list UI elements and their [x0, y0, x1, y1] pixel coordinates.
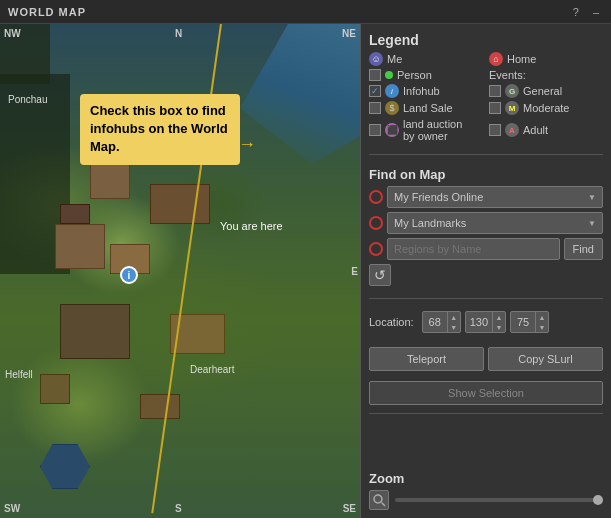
legend-section: Legend ☺ Me ⌂ Home Person [369, 32, 603, 146]
x-up-arrow[interactable]: ▲ [448, 312, 460, 322]
legend-item-home: ⌂ Home [489, 52, 603, 66]
regions-search-input[interactable] [387, 238, 560, 260]
window-title: WORLD MAP [8, 6, 86, 18]
close-button[interactable]: – [589, 6, 603, 18]
map-building [60, 204, 90, 224]
zoom-slider[interactable] [395, 498, 603, 502]
map-building [40, 374, 70, 404]
legend-item-infohub: ✓ i Infohub [369, 84, 483, 98]
find-landmarks-row: My Landmarks ▼ [369, 212, 603, 234]
legend-grid: ☺ Me ⌂ Home Person Events: [369, 52, 603, 142]
legend-events-row: Events: [489, 69, 603, 81]
legend-item-adult: A Adult [489, 118, 603, 142]
copy-slurl-button[interactable]: Copy SLurl [488, 347, 603, 371]
callout-arrow: → [238, 134, 256, 155]
refresh-button[interactable]: ↺ [369, 264, 391, 286]
location-z-value: 75 [511, 316, 535, 328]
location-y-value: 130 [466, 316, 492, 328]
land-auction-checkbox[interactable] [369, 124, 381, 136]
compass-sw: SW [4, 503, 20, 514]
legend-title: Legend [369, 32, 603, 48]
home-icon: ⌂ [489, 52, 503, 66]
general-icon: G [505, 84, 519, 98]
y-down-arrow[interactable]: ▼ [493, 322, 505, 332]
map-building [140, 394, 180, 419]
svg-point-0 [374, 495, 382, 503]
friends-online-dropdown[interactable]: My Friends Online ▼ [387, 186, 603, 208]
zoom-icon[interactable] [369, 490, 389, 510]
adult-checkbox[interactable] [489, 124, 501, 136]
y-arrows: ▲ ▼ [492, 312, 505, 332]
legend-item-person: Person [369, 69, 483, 81]
compass-e: E [351, 266, 358, 277]
general-checkbox[interactable] [489, 85, 501, 97]
land-sale-label: Land Sale [403, 102, 453, 114]
location-label: Location: [369, 316, 414, 328]
callout-box: Check this box to find infohubs on the W… [80, 94, 240, 165]
find-circle-landmarks [369, 216, 383, 230]
landmarks-label: My Landmarks [394, 217, 466, 229]
map-label-helfell: Helfell [5, 369, 33, 380]
dropdown-arrow-friends: ▼ [588, 193, 596, 202]
you-are-here-label: You are here [220, 220, 283, 232]
x-down-arrow[interactable]: ▼ [448, 322, 460, 332]
right-panel: Legend ☺ Me ⌂ Home Person [360, 24, 611, 518]
me-label: Me [387, 53, 402, 65]
dropdown-arrow-landmarks: ▼ [588, 219, 596, 228]
location-y-spinner[interactable]: 130 ▲ ▼ [465, 311, 506, 333]
me-icon: ☺ [369, 52, 383, 66]
show-selection-row: Show Selection [369, 381, 603, 405]
find-button[interactable]: Find [564, 238, 603, 260]
zoom-thumb[interactable] [593, 495, 603, 505]
help-button[interactable]: ? [569, 6, 583, 18]
adult-icon: A [505, 123, 519, 137]
location-z-spinner[interactable]: 75 ▲ ▼ [510, 311, 549, 333]
find-regions-row: Find [369, 238, 603, 260]
find-on-map-section: Find on Map My Friends Online ▼ My Landm… [369, 163, 603, 290]
divider-3 [369, 413, 603, 414]
find-circle-regions [369, 242, 383, 256]
zoom-section: Zoom [369, 471, 603, 510]
landmarks-dropdown[interactable]: My Landmarks ▼ [387, 212, 603, 234]
y-up-arrow[interactable]: ▲ [493, 312, 505, 322]
infohub-icon: i [385, 84, 399, 98]
events-label: Events: [489, 69, 526, 81]
callout-text: Check this box to find infohubs on the W… [90, 103, 228, 154]
map-building [90, 164, 130, 199]
general-label: General [523, 85, 562, 97]
land-sale-checkbox[interactable] [369, 102, 381, 114]
legend-item-general: G General [489, 84, 603, 98]
person-dot-icon [385, 71, 393, 79]
divider-2 [369, 298, 603, 299]
legend-item-land-auction: ⬛ land auction by owner [369, 118, 483, 142]
person-checkbox[interactable] [369, 69, 381, 81]
adult-label: Adult [523, 124, 548, 136]
location-x-value: 68 [423, 316, 447, 328]
teleport-button[interactable]: Teleport [369, 347, 484, 371]
zoom-title: Zoom [369, 471, 603, 486]
legend-item-land-sale: $ Land Sale [369, 101, 483, 115]
moderate-checkbox[interactable] [489, 102, 501, 114]
map-building [60, 304, 130, 359]
title-bar-controls: ? – [569, 6, 603, 18]
title-bar: WORLD MAP ? – [0, 0, 611, 24]
z-up-arrow[interactable]: ▲ [536, 312, 548, 322]
compass-s: S [175, 503, 182, 514]
home-label: Home [507, 53, 536, 65]
infohub-checkbox[interactable]: ✓ [369, 85, 381, 97]
show-selection-button[interactable]: Show Selection [369, 381, 603, 405]
land-sale-icon: $ [385, 101, 399, 115]
map-label-dearheart: Dearheart [190, 364, 234, 375]
z-down-arrow[interactable]: ▼ [536, 322, 548, 332]
compass-n: N [175, 28, 182, 39]
moderate-label: Moderate [523, 102, 569, 114]
moderate-icon: M [505, 101, 519, 115]
person-label: Person [397, 69, 432, 81]
legend-item-me: ☺ Me [369, 52, 483, 66]
find-friends-row: My Friends Online ▼ [369, 186, 603, 208]
z-arrows: ▲ ▼ [535, 312, 548, 332]
map-area[interactable]: NW N NE E SW S SE Ponchau Helfell Dearhe… [0, 24, 360, 518]
land-auction-icon: ⬛ [385, 123, 399, 137]
zoom-row [369, 490, 603, 510]
location-x-spinner[interactable]: 68 ▲ ▼ [422, 311, 461, 333]
